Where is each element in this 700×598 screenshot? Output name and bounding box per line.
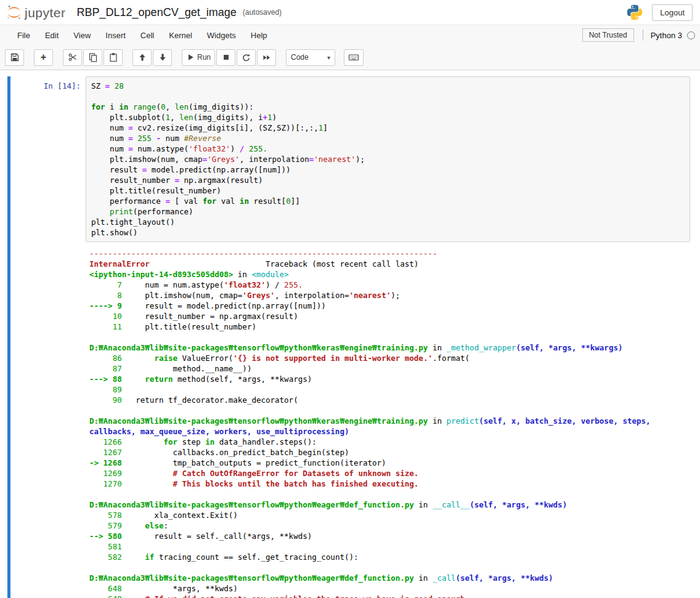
text-line: 90 return tf_decorator.make_decorator( xyxy=(89,395,690,405)
text-line: D:₩Anaconda3₩lib₩site-packages₩tensorflo… xyxy=(89,416,690,426)
jupyter-logo[interactable]: jupyter xyxy=(6,4,66,20)
add-cell-icon: + xyxy=(41,52,46,62)
menu-widgets[interactable]: Widgets xyxy=(200,28,243,43)
jupyter-wordmark: jupyter xyxy=(25,6,66,20)
paste-icon xyxy=(108,52,118,62)
text-line: 7 num = num.astype('float32') / 255. xyxy=(89,280,690,290)
code-editor[interactable]: SZ = 28 for i in range(0, len(img_digits… xyxy=(86,76,690,242)
jupyter-planet-icon xyxy=(6,4,22,20)
menu-view[interactable]: View xyxy=(66,28,98,43)
autosave-status: (autosaved) xyxy=(243,8,282,17)
text-line: num = 255 - num #Reverse xyxy=(91,133,685,143)
toolbar: + xyxy=(0,45,700,70)
text-line: 86 raise ValueError('{} is not supported… xyxy=(89,353,690,363)
text-line: --> 580 result = self._call(*args, **kwd… xyxy=(89,531,690,541)
restart-run-all-icon xyxy=(262,53,271,62)
interrupt-kernel-button[interactable] xyxy=(216,49,235,66)
add-cell-button[interactable]: + xyxy=(34,49,53,66)
save-icon xyxy=(10,52,20,62)
text-line: 1269 # Catch OutOfRangeError for Dataset… xyxy=(89,468,690,479)
text-line: 579 else: xyxy=(89,520,690,531)
code-cell[interactable]: In [14]: SZ = 28 for i in range(0, len(i… xyxy=(7,76,700,598)
output-row: ----------------------------------------… xyxy=(10,242,700,598)
text-line: 10 result_number = np.argmax(result) xyxy=(89,311,690,321)
text-line: plt.title(result_number) xyxy=(91,185,685,196)
text-line xyxy=(89,562,690,573)
run-button[interactable]: Run xyxy=(182,49,215,66)
text-line: SZ = 28 xyxy=(91,81,685,91)
text-line: 89 xyxy=(89,384,690,395)
text-line: plt.show() xyxy=(91,227,685,238)
text-line: performance = [ val for val in result[0]… xyxy=(91,196,685,206)
copy-cell-button[interactable] xyxy=(83,49,102,66)
text-line: 1270 # This blocks until the batch has f… xyxy=(89,479,690,489)
jupyter-app: jupyter RBP_DL12_openCV_get_image (autos… xyxy=(0,0,700,598)
copy-icon xyxy=(88,52,98,62)
header: jupyter RBP_DL12_openCV_get_image (autos… xyxy=(0,0,700,25)
restart-kernel-button[interactable] xyxy=(237,49,256,66)
run-label: Run xyxy=(197,53,211,62)
logout-button[interactable]: Logout xyxy=(652,4,693,21)
interrupt-icon xyxy=(222,53,230,62)
menu-cell[interactable]: Cell xyxy=(133,28,161,43)
paste-cell-button[interactable] xyxy=(104,49,123,66)
save-button[interactable] xyxy=(5,49,24,66)
text-line: for i in range(0, len(img_digits)): xyxy=(91,102,685,112)
run-icon xyxy=(186,53,195,62)
trust-status-button[interactable]: Not Trusted xyxy=(582,28,634,42)
notebook-title[interactable]: RBP_DL12_openCV_get_image xyxy=(77,6,237,19)
text-line: D:₩Anaconda3₩lib₩site-packages₩tensorflo… xyxy=(89,573,690,583)
menu-file[interactable]: File xyxy=(10,28,38,43)
text-line: 8 plt.imshow(num, cmap='Greys', interpol… xyxy=(89,290,690,301)
text-line: plt.subplot(1, len(img_digits), i+1) xyxy=(91,112,685,123)
text-line: plt.tight_layout() xyxy=(91,217,685,227)
text-line: 11 plt.title(result_number) xyxy=(89,321,690,332)
cell-type-value: Code xyxy=(291,53,309,62)
menu-insert[interactable]: Insert xyxy=(98,28,133,43)
text-line: print(performance) xyxy=(91,206,685,217)
cut-icon xyxy=(68,52,78,62)
text-line: 581 xyxy=(89,541,690,552)
text-line: num = cv2.resize(img_digits[i], (SZ,SZ))… xyxy=(91,123,685,133)
text-line: 578 xla_context.Exit() xyxy=(89,510,690,520)
text-line: ---> 88 return method(self, *args, **kwa… xyxy=(89,374,690,384)
kernel-name: Python 3 xyxy=(651,31,682,40)
output-prompt-spacer xyxy=(10,242,86,247)
text-line: ----------------------------------------… xyxy=(89,248,690,259)
menubar: File Edit View Insert Cell Kernel Widget… xyxy=(0,25,700,45)
separator xyxy=(643,30,643,41)
text-line: callbacks, max_queue_size, workers, use_… xyxy=(89,426,690,437)
text-line: ----> 9 result = model.predict(np.array(… xyxy=(89,301,690,311)
menu-kernel[interactable]: Kernel xyxy=(161,28,200,43)
text-line: 648 *args, **kwds) xyxy=(89,583,690,594)
cell-type-dropdown[interactable]: Code ▾ xyxy=(286,49,335,66)
command-palette-button[interactable] xyxy=(344,49,364,66)
move-up-icon xyxy=(137,52,147,62)
text-line: D:₩Anaconda3₩lib₩site-packages₩tensorflo… xyxy=(89,499,690,510)
text-line: result_number = np.argmax(result) xyxy=(91,175,685,185)
move-cell-down-button[interactable] xyxy=(153,49,172,66)
menu-help[interactable]: Help xyxy=(243,28,275,43)
text-line xyxy=(89,332,690,342)
notebook-chrome: File Edit View Insert Cell Kernel Widget… xyxy=(0,25,700,70)
text-line: plt.imshow(num, cmap='Greys', interpolat… xyxy=(91,154,685,164)
input-prompt: In [14]: xyxy=(10,76,86,91)
keyboard-icon xyxy=(348,52,359,62)
dropdown-caret-icon: ▾ xyxy=(327,54,330,61)
text-line xyxy=(89,405,690,416)
text-line xyxy=(91,91,685,102)
move-cell-up-button[interactable] xyxy=(132,49,152,66)
text-line: <ipython-input-14-d893c505dd08> in <modu… xyxy=(89,269,690,280)
restart-icon xyxy=(242,53,251,62)
text-line: num = num.astype('float32') / 255. xyxy=(91,143,685,154)
text-line: 582 if tracing_count == self._get_tracin… xyxy=(89,552,690,562)
cut-cell-button[interactable] xyxy=(63,49,82,66)
menu-edit[interactable]: Edit xyxy=(38,28,66,43)
text-line: 1266 for step in data_handler.steps(): xyxy=(89,437,690,447)
input-row: In [14]: SZ = 28 for i in range(0, len(i… xyxy=(10,76,700,242)
restart-run-all-button[interactable] xyxy=(257,49,276,66)
python-logo-icon xyxy=(626,4,643,21)
text-line: 87 method.__name__)) xyxy=(89,363,690,374)
text-line: D:₩Anaconda3₩lib₩site-packages₩tensorflo… xyxy=(89,342,690,353)
text-line: 649 # If we did not create any variables… xyxy=(89,594,690,598)
